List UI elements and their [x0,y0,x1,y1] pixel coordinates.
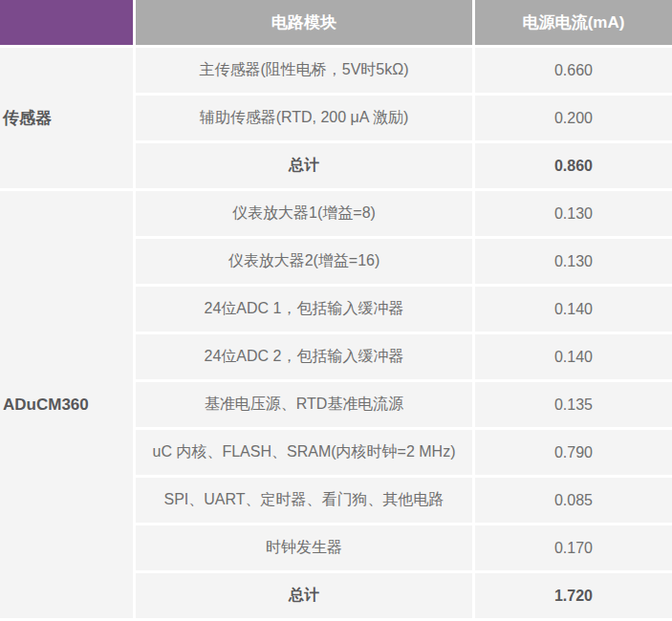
current-cell-reference: 0.135 [475,382,672,427]
module-cell-aducm360-total: 总计 [136,573,472,618]
module-cell-adc2: 24位ADC 2，包括输入缓冲器 [136,334,472,379]
module-cell-main-sensor: 主传感器(阻性电桥，5V时5kΩ) [136,48,472,93]
current-cell-inamp1: 0.130 [475,191,672,236]
module-cell-inamp1: 仪表放大器1(增益=8) [136,191,472,236]
current-cell-main-sensor: 0.660 [475,48,672,93]
current-cell-aducm360-total: 1.720 [475,573,672,618]
power-consumption-table: 电路模块 电源电流(mA) 传感器 主传感器(阻性电桥，5V时5kΩ) 0.66… [0,0,672,618]
current-cell-peripherals: 0.085 [475,478,672,523]
module-cell-peripherals: SPI、UART、定时器、看门狗、其他电路 [136,478,472,523]
module-cell-uc-core: uC 内核、FLASH、SRAM(内核时钟=2 MHz) [136,430,472,475]
module-cell-sensor-total: 总计 [136,143,472,188]
module-cell-inamp2: 仪表放大器2(增益=16) [136,239,472,284]
group-label-sensor: 传感器 [0,48,133,188]
module-cell-reference: 基准电压源、RTD基准电流源 [136,382,472,427]
column-header-supply-current: 电源电流(mA) [475,0,672,45]
current-cell-sensor-total: 0.860 [475,143,672,188]
module-cell-clock-generator: 时钟发生器 [136,525,472,570]
table-corner-cell [0,0,133,45]
current-cell-aux-sensor: 0.200 [475,96,672,140]
current-cell-adc1: 0.140 [475,287,672,332]
current-cell-clock-generator: 0.170 [475,525,672,570]
current-cell-inamp2: 0.130 [475,239,672,284]
current-cell-adc2: 0.140 [475,334,672,379]
module-cell-aux-sensor: 辅助传感器(RTD, 200 μA 激励) [136,96,472,140]
module-cell-adc1: 24位ADC 1，包括输入缓冲器 [136,287,472,332]
group-label-aducm360: ADuCM360 [0,191,133,618]
column-header-circuit-module: 电路模块 [136,0,472,45]
current-cell-uc-core: 0.790 [475,430,672,475]
